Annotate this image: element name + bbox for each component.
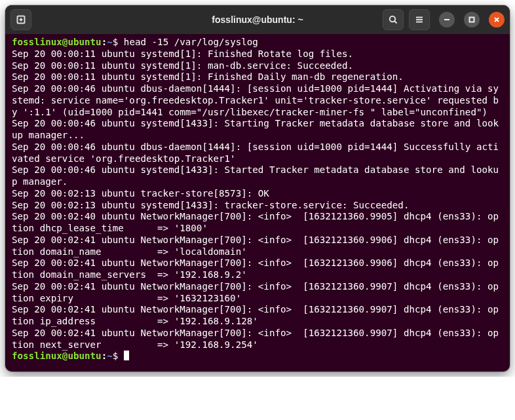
maximize-button[interactable] [464, 12, 480, 28]
cursor [124, 351, 129, 360]
prompt-user: fosslinux@ubuntu [12, 351, 102, 361]
prompt-dollar: $ [113, 351, 119, 361]
svg-rect-9 [470, 18, 474, 22]
svg-point-3 [390, 16, 395, 22]
output-line: Sep 20 00:02:13 ubuntu systemd[1433]: tr… [12, 200, 503, 212]
output-line: Sep 20 00:00:11 ubuntu systemd[1]: Finis… [12, 71, 503, 83]
prompt-path: ~ [107, 37, 113, 47]
output-line: Sep 20 00:00:11 ubuntu systemd[1]: Finis… [12, 48, 503, 60]
prompt-sep: : [102, 351, 107, 361]
search-button[interactable] [383, 9, 404, 30]
minimize-icon [444, 16, 450, 23]
output-line: Sep 20 00:02:41 ubuntu NetworkManager[70… [12, 328, 503, 351]
output-line: Sep 20 00:00:46 ubuntu dbus-daemon[1444]… [12, 83, 503, 118]
output-line: Sep 20 00:02:41 ubuntu NetworkManager[70… [12, 281, 503, 305]
prompt-sep: : [102, 37, 107, 47]
new-tab-icon [16, 14, 26, 25]
command-output: Sep 20 00:00:11 ubuntu systemd[1]: Finis… [12, 48, 503, 351]
search-icon [388, 14, 398, 25]
maximize-icon [468, 16, 475, 23]
terminal-body[interactable]: fosslinux@ubuntu:~$ head -15 /var/log/sy… [5, 34, 510, 372]
titlebar: fosslinux@ubuntu: ~ [5, 5, 510, 34]
prompt-line: fosslinux@ubuntu:~$ head -15 /var/log/sy… [12, 37, 503, 48]
menu-button[interactable] [409, 9, 430, 30]
minimize-button[interactable] [439, 12, 455, 28]
hamburger-icon [414, 14, 425, 25]
prompt-path: ~ [107, 351, 113, 361]
command-text: head -15 /var/log/syslog [124, 37, 258, 47]
close-icon [493, 16, 500, 23]
output-line: Sep 20 00:00:46 ubuntu systemd[1433]: St… [12, 118, 503, 142]
output-line: Sep 20 00:02:41 ubuntu NetworkManager[70… [12, 235, 503, 258]
output-line: Sep 20 00:02:41 ubuntu NetworkManager[70… [12, 258, 503, 281]
output-line: Sep 20 00:00:46 ubuntu systemd[1433]: St… [12, 164, 503, 188]
output-line: Sep 20 00:00:46 ubuntu dbus-daemon[1444]… [12, 142, 503, 165]
new-tab-button[interactable] [10, 9, 31, 30]
close-button[interactable] [489, 12, 505, 28]
terminal-window: fosslinux@ubuntu: ~ fosslinux@ubuntu:~$ … [5, 5, 510, 372]
output-line: Sep 20 00:02:41 ubuntu NetworkManager[70… [12, 304, 503, 328]
prompt-user: fosslinux@ubuntu [12, 37, 102, 47]
output-line: Sep 20 00:00:11 ubuntu systemd[1]: man-d… [12, 60, 503, 72]
prompt-line-idle: fosslinux@ubuntu:~$ [12, 351, 503, 362]
output-line: Sep 20 00:02:13 ubuntu tracker-store[857… [12, 188, 503, 200]
output-line: Sep 20 00:02:40 ubuntu NetworkManager[70… [12, 211, 503, 235]
svg-line-4 [394, 21, 396, 23]
prompt-dollar: $ [113, 37, 119, 47]
